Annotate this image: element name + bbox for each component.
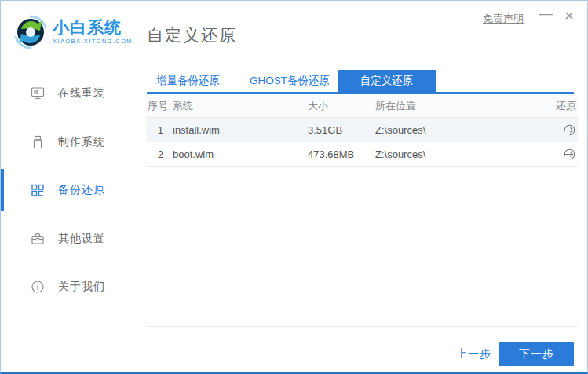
disclaimer-link[interactable]: 免责声明 [483,12,524,26]
close-button[interactable]: ✕ [561,9,578,24]
table-row: 2 boot.wim 473.68MB Z:\sources\ [146,142,578,167]
sidebar-item-make-system[interactable]: 制作系统 [1,120,146,164]
next-step-button[interactable]: 下一步 [499,342,574,366]
cell-system: boot.wim [173,148,308,160]
tab-incremental-backup-restore[interactable]: 增量备份还原 [155,70,221,92]
previous-step-button[interactable]: 上一步 [456,347,491,361]
table-row: 1 install.wim 3.51GB Z:\sources\ [146,118,578,142]
restore-icon [563,148,576,161]
tab-ghost-backup-restore[interactable]: GHOST备份还原 [248,70,331,92]
app-window: 小白系统 XIAOBAIXITONG.COM 自定义还原 免责声明 — ✕ 在线… [0,0,588,374]
sidebar-item-label: 制作系统 [58,135,105,149]
sidebar-item-other-settings[interactable]: 其他设置 [1,217,146,261]
tab-bar: 增量备份还原 GHOST备份还原 自定义还原 [147,70,574,94]
col-header-index: 序号 [146,99,173,113]
sidebar-item-online-reinstall[interactable]: 在线重装 [1,72,146,116]
sidebar-item-about-us[interactable]: 关于我们 [1,265,146,309]
tab-custom-restore[interactable]: 自定义还原 [338,70,436,92]
info-icon [31,280,45,294]
app-logo-icon [12,13,49,51]
cell-size: 473.68MB [308,148,375,160]
cell-index: 1 [146,124,173,136]
sidebar-item-label: 在线重装 [58,86,105,101]
col-header-restore: 还原 [542,99,578,113]
sidebar-item-label: 备份还原 [58,183,105,197]
minimize-button[interactable]: — [537,6,554,22]
col-header-size: 大小 [308,99,375,113]
restore-icon [563,123,576,137]
restore-action-button[interactable] [563,148,576,161]
cell-index: 2 [146,148,173,160]
brand-domain: XIAOBAIXITONG.COM [53,38,133,45]
restore-table: 序号 系统 大小 所在位置 还原 1 install.wim 3.51GB Z:… [146,95,578,167]
sidebar-item-label: 关于我们 [58,280,105,294]
footer-divider [146,326,578,327]
page-title: 自定义还原 [147,24,237,46]
brand-name: 小白系统 [53,19,133,35]
cell-location: Z:\sources\ [375,148,542,160]
restore-action-button[interactable] [563,123,576,137]
cell-size: 3.51GB [308,124,375,136]
grid-blocks-icon [31,183,45,197]
cell-location: Z:\sources\ [375,124,542,136]
cell-system: install.wim [173,124,308,136]
sidebar-item-backup-restore[interactable]: 备份还原 [1,168,146,212]
col-header-system: 系统 [173,99,308,113]
col-header-location: 所在位置 [375,99,542,113]
usb-drive-icon [31,135,45,149]
monitor-icon [31,86,45,101]
sidebar-item-label: 其他设置 [58,232,105,246]
brand-block: 小白系统 XIAOBAIXITONG.COM [53,19,133,45]
table-header-row: 序号 系统 大小 所在位置 还原 [146,95,578,118]
toolbox-icon [31,232,45,246]
